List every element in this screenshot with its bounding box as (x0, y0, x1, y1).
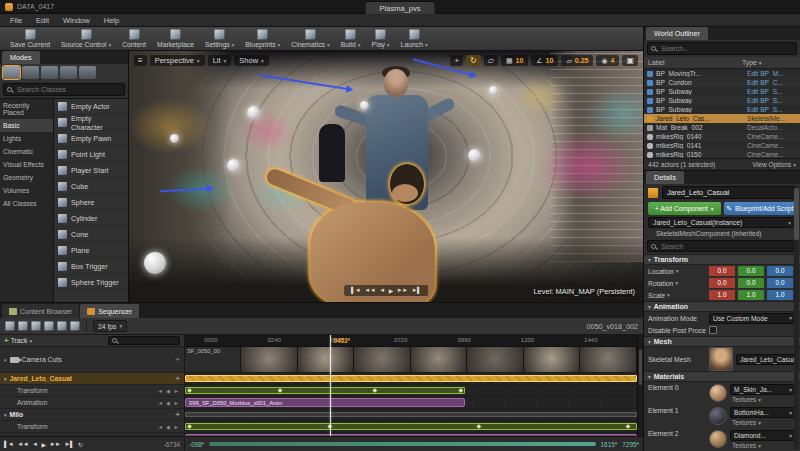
place-item-plane[interactable]: Plane (54, 243, 128, 259)
transform-track-row[interactable]: ◆◆◆◆ (185, 385, 637, 397)
viewport-options-button[interactable]: ≡ (134, 55, 147, 66)
step-forward-button[interactable]: ►► (397, 287, 408, 294)
fps-select[interactable]: 24 fps▾ (93, 320, 127, 332)
track-transform[interactable]: Transform ◄ ◆ ► (0, 421, 184, 433)
location-z-field[interactable]: 0.0 (767, 266, 793, 276)
add-section-button[interactable]: + (175, 374, 180, 383)
paint-mode-icon[interactable] (22, 66, 39, 79)
keyframe-nav-icons[interactable]: ◄ ◆ ► (158, 388, 180, 394)
track-milo[interactable]: ▾ Milo + (0, 409, 184, 421)
mesh-section-header[interactable]: ▾Mesh (644, 336, 800, 347)
go-to-start-button[interactable]: ▌◄ (351, 287, 360, 294)
actor-track-bar[interactable] (185, 412, 637, 417)
keyframe-icon[interactable]: ◆ (278, 387, 282, 393)
play-reverse-button[interactable]: ◄ (379, 287, 384, 294)
render-movie-icon[interactable] (31, 321, 41, 331)
show-flags-button[interactable]: Show▾ (234, 55, 269, 66)
track-transform[interactable]: Transform ◄ ◆ ► (0, 385, 184, 397)
track-camera-cuts[interactable]: ▾ Camera Cuts + (0, 347, 184, 373)
perspective-button[interactable]: Perspective▾ (150, 55, 205, 66)
rotation-snap-button[interactable]: ∠10 (531, 55, 558, 66)
jump-back-button[interactable]: ◄◄ (17, 441, 28, 448)
playhead[interactable] (330, 335, 331, 436)
actor-track-bar[interactable] (185, 375, 637, 382)
scale-y-field[interactable]: 1.0 (738, 290, 764, 300)
outliner-row-bp-movingtr[interactable]: BP_MovingTr... Edit BP_M... (644, 69, 800, 78)
keyframe-nav-icons[interactable]: ◄ ◆ ► (158, 400, 180, 406)
toolbar-content-button[interactable]: Content (122, 29, 146, 48)
camera-speed-button[interactable]: ◉4 (596, 55, 619, 66)
textures-expander[interactable]: Textures▾ (730, 396, 796, 403)
toolbar-blueprints-button[interactable]: Blueprints▾ (245, 29, 280, 48)
outliner-row-bp-subway[interactable]: BP_Subway Edit BP_S... (644, 105, 800, 114)
track-row-jared-leto-casual[interactable] (185, 373, 637, 385)
place-item-point-light[interactable]: Point Light (54, 147, 128, 163)
scale-tool-button[interactable]: ▱ (484, 55, 498, 66)
modes-search-input[interactable] (15, 85, 121, 94)
modes-category-volumes[interactable]: Volumes (0, 184, 53, 197)
viewport[interactable]: ≡ Perspective▾ Lit▾ Show▾ + ↻ ▱ ▦10 ∠10 … (129, 51, 643, 302)
modes-category-lights[interactable]: Lights (0, 132, 53, 145)
skeletal-mesh-select[interactable]: Jared_Leto_Casual▾ (736, 354, 796, 365)
material-thumbnail[interactable] (709, 407, 727, 425)
modes-category-basic[interactable]: Basic (0, 119, 53, 132)
outliner-search-input[interactable] (659, 44, 793, 53)
actor-name-field[interactable]: Jared_Leto_Casual (662, 186, 796, 199)
toolbar-marketplace-button[interactable]: Marketplace (157, 29, 194, 48)
keyframe-icon[interactable]: ◆ (626, 423, 630, 429)
outliner-row-mat-break-002[interactable]: Mat_Break_002 DecalActo... (644, 123, 800, 132)
place-item-player-start[interactable]: Player Start (54, 163, 128, 179)
menu-file[interactable]: File (3, 15, 29, 26)
modes-category-recently-placed[interactable]: Recently Placed (0, 99, 53, 119)
edit-blueprint-link[interactable]: Edit BP_S... (747, 97, 797, 104)
camera-cuts-row[interactable]: SF_0050_00 (185, 347, 637, 373)
tab-sequencer[interactable]: Sequencer (80, 304, 139, 318)
jump-forward-button[interactable]: ►► (50, 441, 61, 448)
snap-icon[interactable] (70, 321, 80, 331)
timeline-range-slider[interactable] (209, 442, 595, 446)
sequencer-search[interactable] (108, 336, 180, 345)
outliner-row-bp-condon[interactable]: BP_Condon Edit BP_C... (644, 78, 800, 87)
play-reverse-button[interactable]: ◄ (32, 441, 37, 448)
outliner-row-bp-subway[interactable]: BP_Subway Edit BP_S... (644, 96, 800, 105)
sequencer-scrollbar[interactable] (637, 335, 643, 436)
materials-section-header[interactable]: ▾Materials (644, 371, 800, 382)
toolbar-settings-button[interactable]: Settings▾ (205, 29, 234, 48)
rotation-x-field[interactable]: 0.0 (709, 278, 735, 288)
light-sprite-icon[interactable] (227, 159, 240, 172)
material-thumbnail[interactable] (709, 384, 727, 402)
textures-expander[interactable]: Textures▾ (730, 419, 796, 426)
geometry-mode-icon[interactable] (79, 66, 96, 79)
play-button[interactable]: ▶ (42, 441, 46, 448)
tab-details[interactable]: Details (646, 171, 684, 184)
place-item-empty-character[interactable]: Empty Character (54, 115, 128, 131)
track-animation[interactable]: Animation ◄ ◆ ► (0, 397, 184, 409)
rotation-z-field[interactable]: 0.0 (767, 278, 793, 288)
track-jared-leto-casual[interactable]: ▾ Jared_Leto_Casual + (0, 373, 184, 385)
animation-track-row[interactable]: Milo_x001_Anim (185, 433, 637, 436)
keyframe-icon[interactable]: ◆ (373, 387, 377, 393)
outliner-row-jared-leto-cas[interactable]: Jared_Leto_Cas... SkeletalMe... (644, 114, 800, 123)
outliner-row-mikesrig-0141[interactable]: mikesRig_0141 CineCame... (644, 141, 800, 150)
place-item-empty-pawn[interactable]: Empty Pawn (54, 131, 128, 147)
grid-snap-button[interactable]: ▦10 (501, 55, 528, 66)
go-to-end-button[interactable]: ►▌ (412, 287, 421, 294)
animation-section-header[interactable]: ▾Animation (644, 301, 800, 312)
transform-section[interactable] (185, 423, 637, 430)
details-search-input[interactable] (659, 242, 793, 251)
animation-clip[interactable]: Milo_x001_Anim (185, 434, 637, 436)
modes-category-all-classes[interactable]: All Classes (0, 197, 53, 210)
maximize-viewport-button[interactable]: ▣ (622, 55, 638, 66)
play-button[interactable]: ▶ (389, 287, 393, 294)
place-item-cylinder[interactable]: Cylinder (54, 211, 128, 227)
place-item-cube[interactable]: Cube (54, 179, 128, 195)
landscape-mode-icon[interactable] (41, 66, 58, 79)
actor-jared-leto-casual-selected[interactable] (268, 156, 463, 302)
toolbar-launch-button[interactable]: Launch▾ (401, 29, 428, 48)
edit-blueprint-link[interactable]: Edit BP_C... (747, 79, 797, 86)
add-section-button[interactable]: + (175, 410, 180, 419)
outliner-row-bp-subway[interactable]: BP_Subway Edit BP_S... (644, 87, 800, 96)
keyframe-icon[interactable]: ◆ (458, 387, 462, 393)
keyframe-icon[interactable] (57, 321, 67, 331)
location-x-field[interactable]: 0.0 (709, 266, 735, 276)
